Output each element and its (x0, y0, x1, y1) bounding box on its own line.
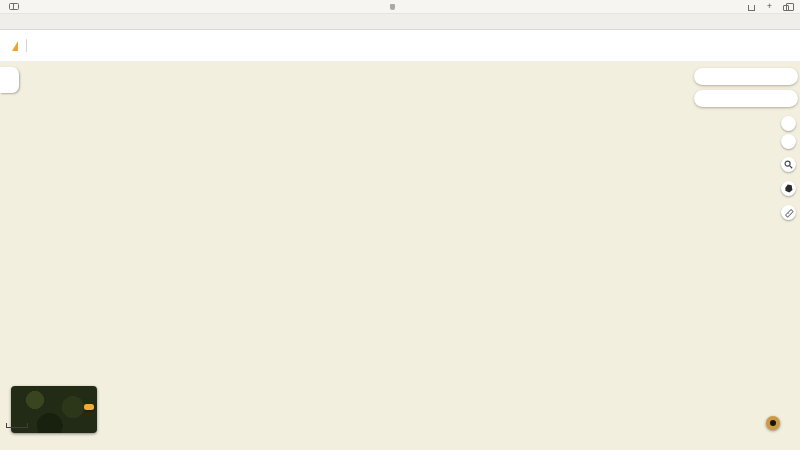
measure-icon (784, 208, 794, 218)
browser-toolbar: + (0, 0, 800, 14)
ongeo-logo[interactable] (0, 30, 32, 61)
site-header (0, 30, 800, 62)
search-icon (784, 160, 793, 169)
cadastral-map[interactable] (0, 62, 800, 450)
logo-divider (26, 39, 27, 52)
ongeo-triangle-icon (12, 41, 18, 51)
map-area (0, 62, 800, 450)
search-address-input[interactable] (694, 68, 798, 85)
sidebar-expand-button[interactable] (0, 67, 19, 93)
tab-overview-icon[interactable] (783, 5, 789, 11)
sidebar-icon[interactable] (9, 3, 19, 10)
share-icon[interactable] (747, 2, 756, 11)
measure-button[interactable] (781, 205, 796, 220)
new-tab-icon[interactable]: + (767, 2, 772, 11)
scale-bar (6, 423, 28, 428)
region-icon (783, 183, 794, 194)
region-select-button[interactable] (781, 181, 796, 196)
browser-tab-strip (0, 14, 800, 30)
zoom-in-button[interactable] (781, 116, 796, 131)
select-parcel-tooltip (84, 404, 94, 410)
main-nav (792, 30, 800, 61)
map-search-button[interactable] (781, 157, 796, 172)
site-shield-icon (390, 4, 395, 10)
search-parcel-input[interactable] (694, 90, 798, 107)
chat-widget-button[interactable] (766, 416, 780, 430)
zoom-out-button[interactable] (781, 134, 796, 149)
